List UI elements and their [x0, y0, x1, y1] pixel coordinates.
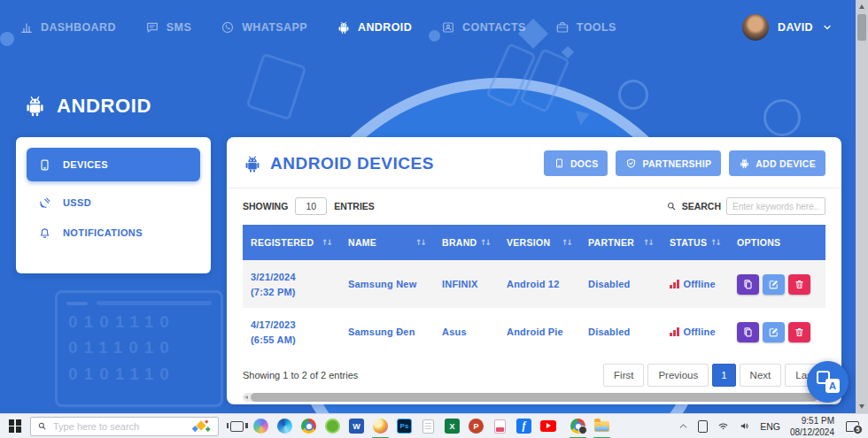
sort-icon[interactable]: ↑↓ — [562, 238, 573, 247]
copy-icon — [742, 327, 754, 338]
search-input[interactable] — [726, 197, 825, 215]
sidebar-item-notifications[interactable]: NOTIFICATIONS — [27, 218, 200, 248]
translate-icon-letter: A — [825, 379, 840, 393]
status-text: Offline — [684, 327, 716, 337]
notification-center-button[interactable]: 5 — [844, 421, 859, 432]
tablet-icon — [698, 420, 708, 433]
registered-date: 4/17/2023 — [251, 319, 296, 330]
sort-icon[interactable]: ↑↓ — [643, 238, 655, 247]
pagination-next[interactable]: Next — [740, 364, 782, 387]
task-view-button[interactable] — [225, 414, 249, 438]
taskbar-app-paint[interactable] — [368, 414, 392, 438]
search-area: SEARCH — [666, 197, 825, 215]
sort-icon[interactable]: ↑↓ — [480, 238, 492, 247]
taskbar-app-chrome[interactable] — [297, 414, 321, 438]
taskbar-app-youtube[interactable] — [536, 414, 560, 438]
copy-button[interactable] — [737, 322, 759, 342]
android-icon — [337, 20, 351, 35]
taskbar-clock[interactable]: 9:51 PM 08/12/2024 — [790, 415, 834, 438]
vertical-scrollbar-thumb[interactable] — [857, 14, 866, 41]
clock-time: 9:51 PM — [790, 415, 834, 426]
cell-options — [729, 322, 825, 342]
horizontal-scrollbar[interactable] — [243, 393, 825, 402]
add-device-button[interactable]: ADD DEVICE — [729, 150, 825, 176]
pagination-page-1[interactable]: 1 — [712, 364, 735, 387]
taskbar-app-excel[interactable]: X — [440, 414, 464, 438]
document-icon — [422, 419, 434, 434]
vertical-scrollbar[interactable] — [856, 0, 868, 413]
sidebar-item-label: USSD — [63, 197, 91, 208]
taskbar-app-photoshop[interactable]: Ps — [392, 414, 416, 438]
contact-card-icon — [441, 20, 455, 35]
column-header-partner[interactable]: PARTNER ↑↓ — [580, 237, 662, 248]
taskbar-app-coccoc[interactable] — [321, 414, 345, 438]
nav-item-contacts[interactable]: CONTACTS — [441, 20, 526, 35]
tray-device-button[interactable] — [698, 420, 708, 433]
taskbar-app-document[interactable] — [416, 414, 440, 438]
docs-button[interactable]: DOCS — [544, 150, 608, 176]
column-header-status[interactable]: STATUS ↑↓ — [662, 237, 729, 248]
scroll-up-arrow[interactable] — [859, 4, 864, 9]
start-button[interactable] — [0, 414, 30, 438]
pagination-previous[interactable]: Previous — [647, 364, 709, 387]
tray-volume-button[interactable] — [739, 420, 750, 432]
sidebar-item-devices[interactable]: DEVICES — [27, 148, 200, 181]
taskbar-app-copilot[interactable] — [249, 414, 273, 438]
notification-badge: 5 — [853, 425, 863, 434]
translate-fab-button[interactable]: A — [807, 361, 849, 403]
wifi-icon — [717, 420, 729, 432]
column-label: OPTIONS — [737, 237, 780, 248]
scroll-left-arrow[interactable] — [244, 396, 248, 399]
taskbar-app-facebook[interactable]: f — [512, 414, 536, 438]
entries-count-input[interactable] — [295, 197, 327, 215]
windows-taskbar: W Ps X P f ENG 9:51 PM 08/12/2024 5 — [0, 413, 868, 438]
taskbar-search-box[interactable] — [30, 417, 219, 436]
tray-expand-button[interactable] — [678, 421, 688, 431]
taskbar-app-word[interactable]: W — [345, 414, 368, 438]
user-menu[interactable]: DAVID — [742, 14, 833, 41]
copy-button[interactable] — [737, 274, 759, 295]
smartphone-icon — [38, 158, 51, 172]
copy-icon — [742, 279, 754, 290]
column-header-name[interactable]: NAME ↑↓ — [340, 237, 434, 248]
avatar[interactable] — [742, 14, 769, 41]
delete-button[interactable] — [788, 274, 810, 295]
taskbar-app-edge[interactable] — [273, 414, 297, 438]
nav-item-android[interactable]: ANDROID — [337, 20, 412, 35]
tray-network-button[interactable] — [717, 420, 729, 432]
nav-item-whatsapp[interactable]: WHATSAPP — [221, 20, 307, 35]
column-header-registered[interactable]: REGISTERED ↑↓ — [243, 237, 340, 248]
panel-actions: DOCS PARTNERSHIP ADD DEVICE — [544, 150, 825, 176]
showing-label: SHOWING — [243, 201, 288, 211]
taskbar-app-file-explorer[interactable] — [590, 414, 614, 438]
sort-icon[interactable]: ↑↓ — [710, 238, 722, 247]
android-icon — [739, 158, 750, 169]
scroll-down-arrow[interactable] — [859, 404, 864, 409]
registered-time: (7:32 PM) — [251, 287, 340, 297]
horizontal-scrollbar-thumb[interactable] — [251, 393, 818, 402]
column-header-version[interactable]: VERSION ↑↓ — [499, 237, 580, 248]
nav-item-dashboard[interactable]: DASHBOARD — [19, 20, 116, 35]
pagination: First Previous 1 Next Last — [603, 364, 825, 387]
partnership-button[interactable]: PARTNERSHIP — [616, 150, 721, 176]
column-header-brand[interactable]: BRAND ↑↓ — [434, 237, 499, 248]
edit-button[interactable] — [763, 274, 785, 295]
sort-icon[interactable]: ↑↓ — [322, 238, 333, 247]
taskbar-app-powerpoint[interactable]: P — [464, 414, 488, 438]
edit-button[interactable] — [763, 322, 785, 342]
taskbar-app-chrome-profile[interactable] — [566, 414, 590, 438]
delete-button[interactable] — [788, 322, 810, 342]
search-label: SEARCH — [682, 201, 721, 211]
chrome-profile-icon — [570, 419, 585, 434]
nav-item-tools[interactable]: TOOLS — [555, 20, 616, 35]
taskbar-app-pdf[interactable] — [488, 414, 512, 438]
nav-item-sms[interactable]: SMS — [145, 20, 191, 35]
table-header-row: REGISTERED ↑↓ NAME ↑↓ BRAND ↑↓ VERSION ↑… — [243, 225, 825, 260]
sidebar-item-ussd[interactable]: USSD — [27, 188, 200, 218]
language-indicator[interactable]: ENG — [760, 421, 780, 432]
taskbar-search-input[interactable] — [53, 421, 184, 432]
sort-icon[interactable]: ↑↓ — [415, 238, 427, 247]
search-highlights-icon — [190, 419, 212, 434]
pagination-first[interactable]: First — [603, 364, 644, 387]
sidebar-item-label: DEVICES — [63, 159, 108, 170]
